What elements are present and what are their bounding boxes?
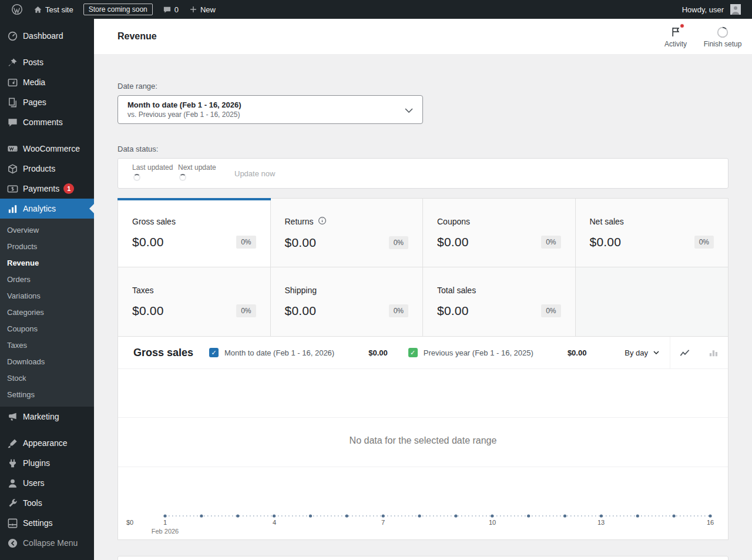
submenu-item-settings[interactable]: Settings	[0, 387, 94, 403]
submenu-item-taxes[interactable]: Taxes	[0, 337, 94, 354]
sidebar-item-marketing[interactable]: Marketing	[0, 407, 94, 427]
x-axis-tick: 13	[597, 519, 605, 526]
finish-setup-button[interactable]: Finish setup	[699, 19, 746, 54]
date-range-compare: vs. Previous year (Feb 1 - 16, 2025)	[127, 110, 241, 119]
submenu-item-categories[interactable]: Categories	[0, 304, 94, 321]
box-icon	[6, 163, 18, 175]
wrench-icon	[6, 497, 18, 509]
last-updated-label: Last updated	[132, 163, 178, 172]
avatar	[730, 4, 741, 15]
summary-tile-gross-sales[interactable]: Gross sales $0.000%	[118, 199, 271, 267]
summary-tile-net-sales[interactable]: Net sales $0.000%	[576, 199, 728, 267]
tile-value: $0.00	[437, 304, 469, 318]
chart-title: Gross sales	[118, 347, 209, 359]
sidebar-item-label: Settings	[23, 518, 53, 528]
gridline	[118, 417, 728, 418]
submenu-item-downloads[interactable]: Downloads	[0, 354, 94, 370]
x-axis-tick: 7	[381, 519, 385, 526]
settings-panel-icon	[6, 517, 18, 529]
sidebar-item-payments[interactable]: Payments 1	[0, 179, 94, 199]
next-section-panel	[118, 556, 728, 560]
submenu-item-overview[interactable]: Overview	[0, 222, 94, 239]
summary-tile-shipping[interactable]: Shipping $0.000%	[271, 267, 424, 336]
analytics-submenu: Overview Products Revenue Orders Variati…	[0, 219, 94, 407]
sidebar-item-label: Media	[23, 78, 45, 87]
submenu-item-revenue[interactable]: Revenue	[0, 255, 94, 271]
wordpress-logo-icon[interactable]	[6, 0, 28, 19]
date-range-value: Month to date (Feb 1 - 16, 2026)	[127, 100, 241, 109]
sidebar-item-comments[interactable]: Comments	[0, 112, 94, 132]
checkbox-checked-current-icon	[209, 348, 219, 357]
date-range-label: Date range:	[118, 82, 728, 90]
sidebar-item-posts[interactable]: Posts	[0, 52, 94, 72]
sidebar-item-media[interactable]: Media	[0, 72, 94, 92]
dashboard-icon	[6, 30, 18, 42]
legend-value: $0.00	[368, 348, 388, 357]
x-axis-tick: 10	[489, 519, 496, 526]
sidebar-item-analytics[interactable]: Analytics	[0, 199, 94, 219]
collapse-menu-button[interactable]: Collapse Menu	[0, 533, 94, 553]
sidebar-item-dashboard[interactable]: Dashboard	[0, 26, 94, 46]
comments-indicator[interactable]: 0	[157, 0, 184, 19]
sidebar-item-tools[interactable]: Tools	[0, 493, 94, 513]
sidebar-item-pages[interactable]: Pages	[0, 92, 94, 112]
sidebar-item-users[interactable]: Users	[0, 473, 94, 493]
store-coming-soon-badge[interactable]: Store coming soon	[83, 4, 153, 15]
activity-label: Activity	[664, 40, 687, 48]
x-axis-tick: 4	[273, 519, 276, 526]
update-now-button[interactable]: Update now	[234, 169, 275, 178]
pages-icon	[6, 96, 18, 108]
woocommerce-icon	[6, 143, 18, 155]
new-label: New	[200, 5, 216, 14]
sidebar-item-label: Tools	[23, 498, 42, 508]
sidebar-item-label: Comments	[23, 118, 63, 127]
sidebar-item-label: Dashboard	[23, 31, 63, 41]
legend-item-current-period[interactable]: Month to date (Feb 1 - 16, 2026) $0.00	[209, 337, 388, 368]
sidebar-item-appearance[interactable]: Appearance	[0, 433, 94, 453]
line-chart-toggle[interactable]	[670, 337, 699, 368]
plus-icon	[189, 5, 197, 14]
chart-zero-line	[118, 514, 728, 518]
site-name-link[interactable]: Test site	[28, 0, 79, 19]
submenu-item-variations[interactable]: Variations	[0, 288, 94, 304]
sidebar-item-settings[interactable]: Settings	[0, 513, 94, 533]
tile-value: $0.00	[285, 304, 317, 318]
submenu-item-orders[interactable]: Orders	[0, 271, 94, 288]
tile-value: $0.00	[132, 235, 164, 249]
legend-label: Previous year (Feb 1 - 16, 2025)	[424, 348, 533, 357]
home-icon	[33, 5, 42, 14]
howdy-account-menu[interactable]: Howdy, user	[677, 0, 746, 19]
bar-chart-toggle[interactable]	[699, 337, 728, 368]
legend-item-previous-period[interactable]: Previous year (Feb 1 - 16, 2025) $0.00	[408, 337, 587, 368]
flag-icon	[670, 25, 682, 39]
activity-button[interactable]: Activity	[652, 19, 699, 54]
loading-spinner-icon	[133, 174, 140, 181]
sidebar-item-label: Payments	[23, 184, 59, 193]
summary-tile-coupons[interactable]: Coupons $0.000%	[423, 199, 576, 267]
chart-type-toggle	[670, 337, 728, 368]
interval-select[interactable]: By day	[614, 337, 670, 368]
sidebar-item-plugins[interactable]: Plugins	[0, 453, 94, 473]
date-range-dropdown[interactable]: Month to date (Feb 1 - 16, 2026) vs. Pre…	[118, 95, 423, 124]
new-content-button[interactable]: New	[184, 0, 221, 19]
menu-separator	[0, 427, 94, 433]
plug-icon	[6, 457, 18, 469]
submenu-item-stock[interactable]: Stock	[0, 370, 94, 387]
summary-tile-returns[interactable]: Returns $0.000%	[271, 199, 424, 267]
submenu-item-coupons[interactable]: Coupons	[0, 321, 94, 337]
menu-separator	[0, 46, 94, 52]
data-status-panel: Last updated Next update Update now	[118, 158, 728, 189]
tile-delta-badge: 0%	[541, 236, 560, 249]
summary-tile-total-sales[interactable]: Total sales $0.000%	[423, 267, 576, 336]
sidebar-item-products[interactable]: Products	[0, 159, 94, 179]
tile-value: $0.00	[132, 304, 164, 318]
page-header: Revenue Activity Finish setup	[94, 19, 752, 54]
interval-select-value: By day	[625, 348, 648, 357]
tile-delta-badge: 0%	[694, 236, 714, 249]
legend-value: $0.00	[568, 348, 587, 357]
summary-tile-taxes[interactable]: Taxes $0.000%	[118, 267, 271, 336]
sidebar-item-label: Analytics	[23, 204, 56, 213]
sidebar-item-woocommerce[interactable]: WooCommerce	[0, 139, 94, 159]
submenu-item-products[interactable]: Products	[0, 239, 94, 255]
next-update-label: Next update	[178, 163, 224, 172]
